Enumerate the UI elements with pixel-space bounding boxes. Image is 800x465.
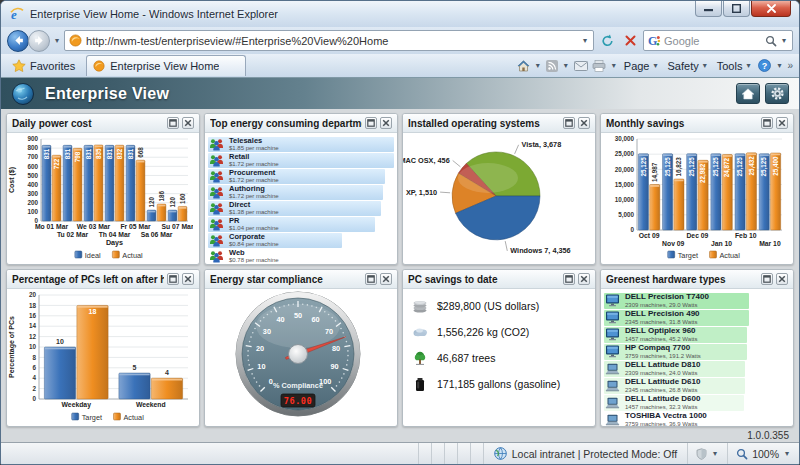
department-name: Procurement	[229, 169, 279, 177]
close-panel-button[interactable]	[578, 117, 590, 129]
hardware-row[interactable]: DELL Latitude D6102345 machines, 26.8 Wa…	[604, 377, 790, 394]
read-mail-icon[interactable]	[574, 61, 588, 71]
window-controls	[694, 1, 791, 17]
address-dropdown-icon[interactable]: ▾	[581, 36, 589, 45]
hardware-detail: 1457 machines, 32.3 Watts	[625, 404, 700, 410]
url-text[interactable]: http://nwm-test/enterpriseview/#Enterpri…	[86, 35, 577, 47]
maximize-panel-button[interactable]	[563, 273, 575, 285]
search-box[interactable]: G Google ▾	[643, 30, 793, 51]
tab-favicon	[93, 60, 105, 72]
maximize-button[interactable]	[723, 1, 750, 17]
department-name: Direct	[229, 201, 279, 209]
feeds-icon[interactable]	[546, 60, 558, 72]
close-panel-button[interactable]	[380, 273, 392, 285]
back-button[interactable]	[7, 30, 29, 52]
page-menu[interactable]: Page▾	[622, 60, 662, 72]
savings-row: 46,687 trees	[411, 349, 587, 367]
department-row[interactable]: Procurement$1.72 per machine	[208, 168, 394, 184]
help-icon[interactable]: ?	[758, 59, 771, 72]
settings-gear-button[interactable]	[765, 83, 789, 104]
panel-title: PC savings to date	[408, 274, 560, 285]
people-icon	[208, 202, 225, 215]
feeds-dropdown-icon[interactable]: ▾	[562, 61, 570, 70]
svg-text:Actual: Actual	[124, 413, 145, 422]
tools-menu[interactable]: Tools▾	[715, 60, 755, 72]
protected-mode-button[interactable]: ▾	[687, 443, 727, 464]
hardware-row[interactable]: DELL Precision T74002309 machines, 29.0 …	[604, 292, 790, 309]
svg-text:600: 600	[27, 163, 38, 170]
hardware-row[interactable]: DELL Precision 4902345 machines, 31.8 Wa…	[604, 309, 790, 326]
hardware-row[interactable]: DELL Latitude D6001457 machines, 32.3 Wa…	[604, 394, 790, 411]
people-icon	[208, 138, 225, 151]
hardware-row[interactable]: HP Compaq 77003759 machines, 191.2 Watts	[604, 343, 790, 360]
hardware-row[interactable]: TOSHIBA Vectra 10003759 machines, 36.9 W…	[604, 411, 790, 426]
close-panel-button[interactable]	[182, 117, 194, 129]
maximize-panel-button[interactable]	[167, 273, 179, 285]
svg-text:160: 160	[179, 193, 186, 204]
svg-text:% Compliance: % Compliance	[273, 381, 323, 390]
home-button[interactable]	[736, 83, 760, 104]
savings-row: 1,556,226 kg (CO2)	[411, 323, 587, 341]
toolbar-overflow-chevron[interactable]: »	[787, 60, 793, 71]
savings-value: $289,800 (US dollars)	[437, 300, 539, 312]
svg-text:25,125: 25,125	[736, 157, 744, 177]
department-row[interactable]: Telesales$1.85 per machine	[208, 136, 394, 152]
recent-pages-dropdown-icon[interactable]: ▾	[53, 36, 61, 45]
search-dropdown-icon[interactable]: ▾	[780, 36, 788, 45]
maximize-panel-button[interactable]	[365, 273, 377, 285]
svg-text:25,125: 25,125	[640, 157, 648, 177]
maximize-panel-button[interactable]	[563, 117, 575, 129]
svg-text:20,000: 20,000	[615, 166, 635, 174]
favorites-button[interactable]: Favorites	[5, 56, 82, 76]
minimize-button[interactable]	[695, 1, 722, 17]
panel-pcs-left-on: Percentage of PCs left on after hours 02…	[6, 269, 200, 427]
svg-text:30,000: 30,000	[615, 135, 635, 143]
favorites-star-icon	[12, 59, 26, 72]
maximize-panel-button[interactable]	[167, 117, 179, 129]
refresh-button[interactable]	[597, 30, 617, 51]
department-row[interactable]: Retail$1.72 per machine	[208, 152, 394, 168]
department-row[interactable]: Corporate$0.84 per machine	[208, 232, 394, 248]
svg-text:Dec 09: Dec 09	[686, 232, 708, 239]
search-icon[interactable]	[765, 35, 777, 47]
zoom-control[interactable]: 100% ▾	[727, 443, 799, 464]
print-dropdown-icon[interactable]: ▾	[610, 61, 618, 70]
panel-top-energy-departments: Top energy consuming departments Telesal…	[204, 113, 398, 265]
close-panel-button[interactable]	[776, 273, 788, 285]
hardware-name: DELL Latitude D610	[625, 378, 700, 386]
people-icon	[208, 218, 225, 231]
tab-enterprise-view-home[interactable]: Enterprise View Home	[86, 55, 246, 76]
maximize-panel-button[interactable]	[761, 117, 773, 129]
hardware-row[interactable]: DELL Optiplex 9601457 machines, 45.2 Wat…	[604, 326, 790, 343]
svg-text:120: 120	[169, 197, 176, 208]
maximize-panel-button[interactable]	[365, 117, 377, 129]
svg-text:25,400: 25,400	[772, 156, 780, 176]
department-row[interactable]: Authoring$1.72 per machine	[208, 184, 394, 200]
help-dropdown-icon[interactable]: ▾	[775, 61, 783, 70]
forward-button[interactable]	[28, 30, 50, 52]
svg-text:?: ?	[762, 61, 768, 71]
svg-text:Actual: Actual	[720, 251, 741, 260]
department-row[interactable]: Direct$1.38 per machine	[208, 200, 394, 216]
close-panel-button[interactable]	[380, 117, 392, 129]
people-icon	[208, 250, 225, 263]
maximize-panel-button[interactable]	[761, 273, 773, 285]
app-version: 1.0.0.355	[747, 430, 789, 441]
close-panel-button[interactable]	[776, 117, 788, 129]
home-dropdown-icon[interactable]: ▾	[534, 61, 542, 70]
close-panel-button[interactable]	[182, 273, 194, 285]
address-bar[interactable]: http://nwm-test/enterpriseview/#Enterpri…	[64, 30, 594, 51]
command-bar: ▾ ▾ ▾ Page▾ Safety▾ Tools▾ ? ▾ »	[517, 59, 795, 72]
stop-button[interactable]	[620, 30, 640, 51]
department-row[interactable]: PR$1.04 per machine	[208, 216, 394, 232]
panel-greenest-hardware-types: Greenest hardware types DELL Precision T…	[600, 269, 794, 427]
hardware-row[interactable]: DELL Latitude D8102309 machines, 24.0 Wa…	[604, 360, 790, 377]
department-row[interactable]: Web$0.78 per machine	[208, 248, 394, 264]
close-panel-button[interactable]	[578, 273, 590, 285]
print-icon[interactable]	[592, 60, 606, 72]
home-icon[interactable]	[517, 60, 530, 72]
search-input-text[interactable]: Google	[664, 35, 762, 47]
close-button[interactable]	[751, 1, 791, 17]
safety-menu[interactable]: Safety▾	[666, 60, 711, 72]
svg-text:10,000: 10,000	[615, 196, 635, 204]
